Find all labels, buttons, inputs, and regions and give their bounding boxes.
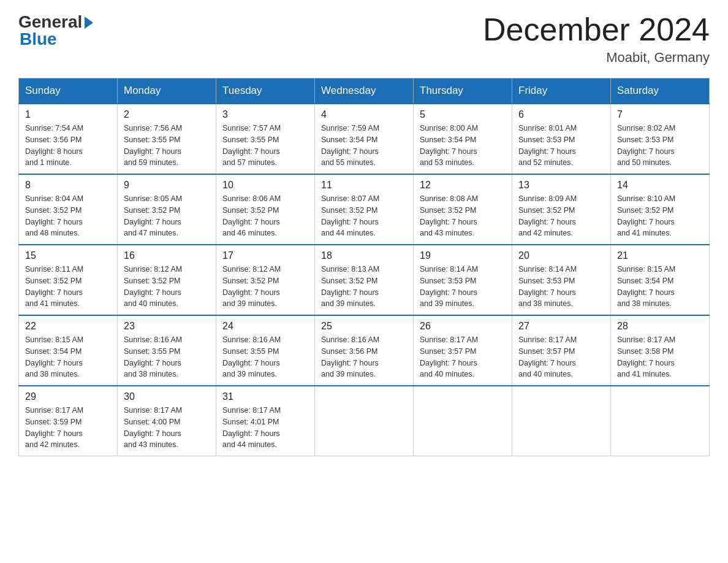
calendar-week-row: 8 Sunrise: 8:04 AM Sunset: 3:52 PM Dayli…	[19, 174, 710, 245]
calendar-header-thursday: Thursday	[414, 79, 512, 104]
calendar-cell: 4 Sunrise: 7:59 AM Sunset: 3:54 PM Dayli…	[315, 104, 414, 174]
day-info: Sunrise: 8:02 AM Sunset: 3:53 PM Dayligh…	[617, 123, 703, 169]
logo-blue-text: Blue	[20, 29, 57, 49]
calendar-cell: 26 Sunrise: 8:17 AM Sunset: 3:57 PM Dayl…	[414, 315, 512, 386]
day-info: Sunrise: 7:59 AM Sunset: 3:54 PM Dayligh…	[321, 123, 407, 169]
logo-arrow-icon	[85, 17, 93, 29]
day-info: Sunrise: 8:17 AM Sunset: 3:59 PM Dayligh…	[25, 405, 111, 451]
calendar-cell: 22 Sunrise: 8:15 AM Sunset: 3:54 PM Dayl…	[19, 315, 118, 386]
day-number: 7	[617, 109, 703, 120]
calendar-week-row: 1 Sunrise: 7:54 AM Sunset: 3:56 PM Dayli…	[19, 104, 710, 174]
calendar-header-sunday: Sunday	[19, 79, 118, 104]
day-number: 3	[222, 109, 308, 120]
calendar-cell: 28 Sunrise: 8:17 AM Sunset: 3:58 PM Dayl…	[611, 315, 710, 386]
day-number: 13	[518, 180, 604, 191]
day-number: 11	[321, 180, 407, 191]
day-number: 5	[420, 109, 506, 120]
calendar-cell: 27 Sunrise: 8:17 AM Sunset: 3:57 PM Dayl…	[512, 315, 611, 386]
day-info: Sunrise: 8:09 AM Sunset: 3:52 PM Dayligh…	[518, 193, 604, 239]
calendar-cell: 17 Sunrise: 8:12 AM Sunset: 3:52 PM Dayl…	[216, 245, 315, 315]
day-info: Sunrise: 8:05 AM Sunset: 3:52 PM Dayligh…	[124, 193, 210, 239]
calendar-cell: 31 Sunrise: 8:17 AM Sunset: 4:01 PM Dayl…	[216, 386, 315, 456]
day-number: 1	[25, 109, 111, 120]
day-info: Sunrise: 8:16 AM Sunset: 3:55 PM Dayligh…	[222, 334, 308, 380]
calendar-cell: 9 Sunrise: 8:05 AM Sunset: 3:52 PM Dayli…	[118, 174, 216, 245]
day-number: 19	[420, 250, 506, 261]
day-number: 10	[222, 180, 308, 191]
day-info: Sunrise: 8:00 AM Sunset: 3:54 PM Dayligh…	[420, 123, 506, 169]
calendar-cell: 23 Sunrise: 8:16 AM Sunset: 3:55 PM Dayl…	[118, 315, 216, 386]
calendar-cell: 18 Sunrise: 8:13 AM Sunset: 3:52 PM Dayl…	[315, 245, 414, 315]
calendar-cell: 21 Sunrise: 8:15 AM Sunset: 3:54 PM Dayl…	[611, 245, 710, 315]
day-info: Sunrise: 8:04 AM Sunset: 3:52 PM Dayligh…	[25, 193, 111, 239]
calendar-cell: 15 Sunrise: 8:11 AM Sunset: 3:52 PM Dayl…	[19, 245, 118, 315]
calendar-cell: 8 Sunrise: 8:04 AM Sunset: 3:52 PM Dayli…	[19, 174, 118, 245]
logo: General Blue	[18, 12, 93, 49]
day-info: Sunrise: 8:06 AM Sunset: 3:52 PM Dayligh…	[222, 193, 308, 239]
day-number: 4	[321, 109, 407, 120]
day-number: 6	[518, 109, 604, 120]
day-info: Sunrise: 8:07 AM Sunset: 3:52 PM Dayligh…	[321, 193, 407, 239]
day-number: 21	[617, 250, 703, 261]
day-info: Sunrise: 8:01 AM Sunset: 3:53 PM Dayligh…	[518, 123, 604, 169]
calendar-cell: 24 Sunrise: 8:16 AM Sunset: 3:55 PM Dayl…	[216, 315, 315, 386]
calendar-cell: 25 Sunrise: 8:16 AM Sunset: 3:56 PM Dayl…	[315, 315, 414, 386]
subtitle: Moabit, Germany	[483, 50, 710, 66]
calendar-week-row: 29 Sunrise: 8:17 AM Sunset: 3:59 PM Dayl…	[19, 386, 710, 456]
calendar-cell: 30 Sunrise: 8:17 AM Sunset: 4:00 PM Dayl…	[118, 386, 216, 456]
main-title: December 2024	[483, 12, 710, 47]
day-info: Sunrise: 8:14 AM Sunset: 3:53 PM Dayligh…	[518, 264, 604, 310]
day-number: 23	[124, 321, 210, 332]
calendar-cell: 13 Sunrise: 8:09 AM Sunset: 3:52 PM Dayl…	[512, 174, 611, 245]
title-block: December 2024 Moabit, Germany	[483, 12, 710, 66]
calendar-cell: 10 Sunrise: 8:06 AM Sunset: 3:52 PM Dayl…	[216, 174, 315, 245]
day-info: Sunrise: 8:13 AM Sunset: 3:52 PM Dayligh…	[321, 264, 407, 310]
day-number: 14	[617, 180, 703, 191]
calendar-cell: 3 Sunrise: 7:57 AM Sunset: 3:55 PM Dayli…	[216, 104, 315, 174]
day-number: 28	[617, 321, 703, 332]
calendar-cell	[611, 386, 710, 456]
calendar-cell: 29 Sunrise: 8:17 AM Sunset: 3:59 PM Dayl…	[19, 386, 118, 456]
day-info: Sunrise: 7:56 AM Sunset: 3:55 PM Dayligh…	[124, 123, 210, 169]
calendar-header-row: SundayMondayTuesdayWednesdayThursdayFrid…	[19, 79, 710, 104]
calendar-cell	[414, 386, 512, 456]
day-number: 25	[321, 321, 407, 332]
day-info: Sunrise: 8:15 AM Sunset: 3:54 PM Dayligh…	[25, 334, 111, 380]
calendar-cell: 16 Sunrise: 8:12 AM Sunset: 3:52 PM Dayl…	[118, 245, 216, 315]
day-number: 22	[25, 321, 111, 332]
day-number: 2	[124, 109, 210, 120]
calendar-header-saturday: Saturday	[611, 79, 710, 104]
calendar-cell: 6 Sunrise: 8:01 AM Sunset: 3:53 PM Dayli…	[512, 104, 611, 174]
day-number: 8	[25, 180, 111, 191]
calendar-week-row: 15 Sunrise: 8:11 AM Sunset: 3:52 PM Dayl…	[19, 245, 710, 315]
day-number: 26	[420, 321, 506, 332]
calendar-cell	[315, 386, 414, 456]
calendar-cell: 20 Sunrise: 8:14 AM Sunset: 3:53 PM Dayl…	[512, 245, 611, 315]
calendar-header-tuesday: Tuesday	[216, 79, 315, 104]
day-info: Sunrise: 8:12 AM Sunset: 3:52 PM Dayligh…	[222, 264, 308, 310]
calendar-cell: 7 Sunrise: 8:02 AM Sunset: 3:53 PM Dayli…	[611, 104, 710, 174]
day-number: 29	[25, 391, 111, 402]
calendar-cell: 14 Sunrise: 8:10 AM Sunset: 3:52 PM Dayl…	[611, 174, 710, 245]
day-info: Sunrise: 8:08 AM Sunset: 3:52 PM Dayligh…	[420, 193, 506, 239]
day-number: 12	[420, 180, 506, 191]
day-info: Sunrise: 8:17 AM Sunset: 3:57 PM Dayligh…	[518, 334, 604, 380]
day-number: 9	[124, 180, 210, 191]
day-info: Sunrise: 8:17 AM Sunset: 3:58 PM Dayligh…	[617, 334, 703, 380]
day-info: Sunrise: 8:16 AM Sunset: 3:55 PM Dayligh…	[124, 334, 210, 380]
day-info: Sunrise: 7:54 AM Sunset: 3:56 PM Dayligh…	[25, 123, 111, 169]
calendar-cell: 12 Sunrise: 8:08 AM Sunset: 3:52 PM Dayl…	[414, 174, 512, 245]
calendar-cell: 11 Sunrise: 8:07 AM Sunset: 3:52 PM Dayl…	[315, 174, 414, 245]
day-number: 27	[518, 321, 604, 332]
calendar-cell	[512, 386, 611, 456]
day-info: Sunrise: 8:17 AM Sunset: 4:00 PM Dayligh…	[124, 405, 210, 451]
calendar-cell: 2 Sunrise: 7:56 AM Sunset: 3:55 PM Dayli…	[118, 104, 216, 174]
day-number: 30	[124, 391, 210, 402]
day-number: 16	[124, 250, 210, 261]
day-info: Sunrise: 7:57 AM Sunset: 3:55 PM Dayligh…	[222, 123, 308, 169]
day-info: Sunrise: 8:10 AM Sunset: 3:52 PM Dayligh…	[617, 193, 703, 239]
day-info: Sunrise: 8:12 AM Sunset: 3:52 PM Dayligh…	[124, 264, 210, 310]
day-info: Sunrise: 8:16 AM Sunset: 3:56 PM Dayligh…	[321, 334, 407, 380]
calendar-header-wednesday: Wednesday	[315, 79, 414, 104]
calendar-header-monday: Monday	[118, 79, 216, 104]
